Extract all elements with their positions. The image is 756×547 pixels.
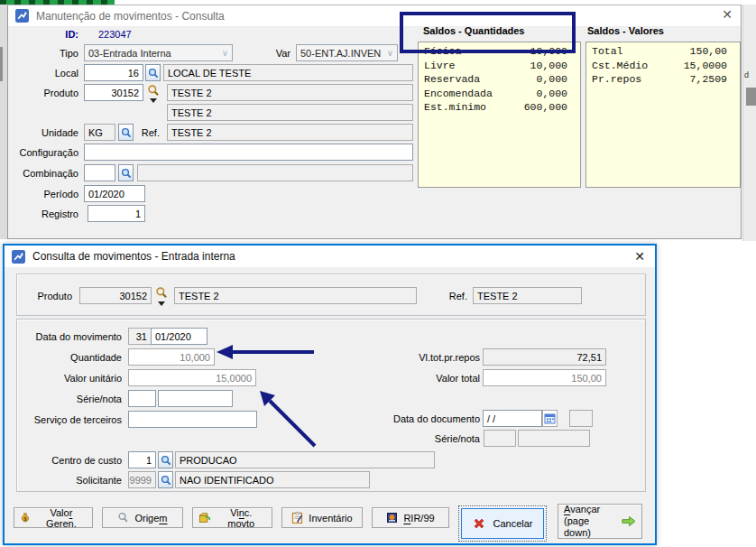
local-desc-field: LOCAL DE TESTE	[163, 64, 413, 81]
serie-field[interactable]	[128, 390, 156, 407]
solicitante-code-field: 9999	[128, 471, 156, 488]
produto-dropdown-icon[interactable]	[158, 301, 165, 306]
produto-label: Produto	[8, 88, 78, 98]
button-label: Vinc. movto	[217, 507, 266, 529]
inventario-button[interactable]: Inventário	[281, 507, 363, 528]
saldo-row: Física10,000	[419, 44, 580, 59]
serie-nota2-label: Série/nota	[381, 433, 480, 444]
produto-dropdown-icon[interactable]	[150, 98, 157, 103]
red-x-icon	[472, 516, 486, 531]
var-label: Var	[238, 48, 290, 59]
local-search-button[interactable]	[145, 64, 161, 81]
configuracao-label: Configuração	[8, 147, 78, 158]
app-icon	[12, 250, 25, 264]
combinacao-desc-field	[137, 164, 413, 181]
background-app-left-handle	[0, 47, 3, 81]
valor-geren-button[interactable]: $ Valor Geren.	[14, 507, 93, 528]
data-documento-calendar-button[interactable]	[542, 410, 558, 427]
origem-button[interactable]: Origem	[102, 507, 183, 528]
valor-unitario-field[interactable]: 15,0000	[128, 369, 256, 386]
saldo-row: Cst.Médio15,0000	[586, 59, 740, 73]
valor-unitario-label: Valor unitário	[23, 373, 122, 384]
saldo-value: 15,0000	[684, 59, 727, 73]
saldo-label: Física	[424, 44, 461, 59]
produto-lookup-icon[interactable]	[147, 84, 160, 98]
saldo-label: Livre	[424, 59, 456, 73]
solicitante-search-button[interactable]	[158, 471, 173, 488]
saldo-label: Cst.Médio	[592, 59, 648, 73]
id-label: ID:	[8, 29, 78, 40]
data-documento-field[interactable]: / /	[483, 410, 542, 427]
close-icon[interactable]: ✕	[632, 250, 648, 263]
nota-field[interactable]	[158, 390, 233, 407]
configuracao-field[interactable]	[84, 144, 413, 161]
produto-desc2-field: TESTE 2	[167, 104, 413, 121]
search-icon	[147, 84, 160, 97]
tipo-value: 03-Entrada Interna	[88, 48, 171, 59]
var-combobox[interactable]: 50-ENT.AJ.INVEN ∨	[296, 44, 398, 61]
vl-tot-pr-repos-label: Vl.tot.pr.repos	[381, 352, 480, 363]
vinc-movto-button[interactable]: Vinc. movto	[192, 507, 272, 528]
unidade-label: Unidade	[8, 127, 78, 138]
linked-box-icon	[198, 512, 211, 524]
combinacao-code-field[interactable]	[84, 164, 115, 181]
valor-total-label: Valor total	[381, 373, 480, 384]
local-code-field[interactable]: 16	[84, 64, 143, 81]
money-bag-icon: $	[20, 512, 31, 524]
solicitante-desc-field: NAO IDENTIFICADO	[175, 471, 370, 488]
search-icon	[121, 168, 132, 179]
button-label: Inventário	[309, 513, 352, 524]
search-icon	[148, 68, 159, 79]
saldo-label: Pr.repos	[592, 72, 641, 87]
solicitante-label: Solicitante	[23, 475, 122, 486]
servico-terceiros-label: Serviço de terceiros	[14, 414, 122, 425]
local-label: Local	[8, 68, 78, 79]
produto-lookup-icon[interactable]	[155, 286, 168, 301]
var-value: 50-ENT.AJ.INVEN	[300, 48, 381, 59]
centro-custo-desc-field: PRODUCAO	[175, 451, 435, 468]
background-app-right-fragment: d	[744, 70, 749, 79]
tipo-combobox[interactable]: 03-Entrada Interna ∨	[84, 44, 233, 61]
close-icon[interactable]: ✕	[719, 8, 735, 21]
button-label: Avançar	[564, 504, 614, 515]
servico-terceiros-field[interactable]	[128, 411, 257, 428]
quantidade-field[interactable]: 10,000	[128, 348, 215, 366]
rir99-button[interactable]: RIR/99	[372, 507, 449, 528]
saldo-value: 600,000	[524, 100, 567, 115]
valor-total-field[interactable]: 150,00	[483, 369, 606, 386]
svg-text:$: $	[23, 516, 26, 522]
button-label-2: (page down)	[564, 515, 614, 539]
produto-desc-field: TESTE 2	[174, 287, 417, 304]
titlebar-manutencao: Manutenção de movimentos - Consulta	[8, 5, 741, 27]
data-documento-label: Data do documento	[381, 413, 480, 424]
nota2-field	[518, 430, 590, 447]
ref-label: Ref.	[107, 127, 160, 138]
window-consulta-movimentos: Consulta de movimentos - Entrada interna…	[3, 244, 657, 545]
app-icon	[15, 9, 29, 23]
periodo-field[interactable]: 01/2020	[84, 185, 145, 202]
centro-custo-code-field[interactable]: 1	[128, 451, 156, 468]
saldo-label: Est.mínimo	[424, 100, 486, 115]
produto-code-field[interactable]: 30152	[84, 84, 143, 101]
data-movimento-period-field[interactable]: 01/2020	[151, 328, 207, 345]
saldos-valores-title: Saldos - Valores	[587, 25, 664, 36]
combinacao-label: Combinação	[8, 168, 78, 179]
saldo-row: Reservada0,000	[419, 72, 580, 87]
button-label: Cancelar	[493, 518, 532, 529]
avancar-button[interactable]: Avançar (page down)	[558, 504, 642, 539]
saldos-quantidades-title: Saldos - Quantidades	[423, 25, 524, 36]
calendar-icon	[544, 413, 556, 424]
saldo-value: 10,000	[530, 44, 567, 59]
registro-field[interactable]: 1	[88, 205, 145, 222]
saldo-row: Encomendada0,000	[419, 87, 580, 101]
green-arrow-icon	[622, 515, 636, 528]
saldo-label: Reservada	[424, 72, 480, 87]
window-manutencao-movimentos: Manutenção de movimentos - Consulta ✕ ID…	[7, 5, 742, 239]
data-movimento-label: Data do movimento	[23, 331, 122, 342]
combinacao-search-button[interactable]	[118, 164, 134, 181]
data-documento-extra-field	[569, 410, 593, 427]
button-label: Origem	[134, 513, 167, 524]
saldos-quantidades-panel: Física10,000 Livre10,000 Reservada0,000 …	[418, 42, 581, 188]
centro-custo-search-button[interactable]	[158, 451, 173, 468]
cancelar-button[interactable]: Cancelar	[458, 505, 547, 542]
